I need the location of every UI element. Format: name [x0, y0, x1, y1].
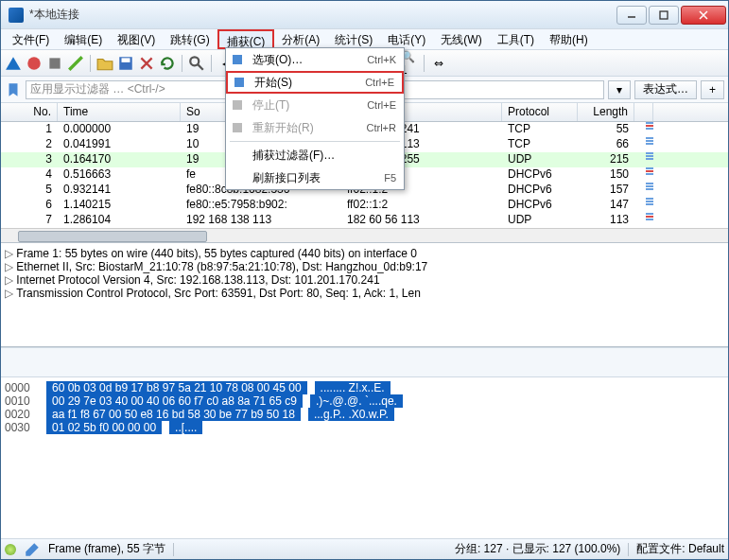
table-row[interactable]: 61.140215fe80::e5:7958:b902:ff02::1:2DHC… [1, 198, 728, 213]
col-no[interactable]: No. [1, 103, 58, 121]
pane-splitter[interactable] [1, 347, 728, 377]
find-icon[interactable] [188, 55, 205, 72]
svg-rect-0 [660, 11, 668, 19]
svg-point-5 [190, 57, 199, 65]
status-separator [628, 543, 629, 556]
capture-file-props-icon[interactable] [24, 541, 41, 558]
svg-point-1 [27, 57, 41, 70]
wireshark-window: *本地连接 文件(F) 编辑(E) 视图(V) 跳转(G) 捕获(C) 分析(A… [0, 0, 729, 560]
capture-options-icon[interactable] [67, 55, 84, 72]
menu-item-t: 停止(T)Ctrl+E [226, 94, 404, 116]
restart-icon [230, 120, 245, 135]
svg-rect-8 [233, 100, 242, 110]
hex-row[interactable]: 001000 29 7e 03 40 00 40 06 60 f7 c0 a8 … [5, 394, 724, 408]
close-file-icon[interactable] [138, 55, 155, 72]
packet-bytes-pane[interactable]: 000060 0b 03 0d b9 17 b8 97 5a 21 10 78 … [1, 377, 728, 491]
detail-frame[interactable]: Frame 1: 55 bytes on wire (440 bits), 55… [5, 247, 724, 260]
svg-rect-4 [122, 58, 130, 62]
wireshark-icon [9, 8, 24, 23]
expert-info-icon[interactable] [5, 544, 16, 555]
horizontal-scrollbar[interactable] [1, 228, 728, 243]
toolbar-separator [211, 55, 212, 72]
filter-placeholder: 应用显示过滤器 … <Ctrl-/> [30, 81, 165, 97]
close-button[interactable] [681, 6, 726, 25]
col-proto[interactable]: Protocol [502, 103, 578, 121]
menu-file[interactable]: 文件(F) [5, 29, 57, 49]
save-file-icon[interactable] [117, 55, 134, 72]
svg-rect-9 [233, 123, 242, 132]
capture-restart-icon[interactable] [46, 55, 63, 72]
toolbar-separator [424, 55, 425, 72]
menu-capture[interactable]: 捕获(C) [217, 29, 275, 49]
hex-row[interactable]: 000060 0b 03 0d b9 17 b8 97 5a 21 10 78 … [5, 381, 724, 394]
detail-ip[interactable]: Internet Protocol Version 4, Src: 192.16… [5, 273, 724, 287]
menu-item-f[interactable]: 捕获过滤器(F)… [226, 144, 404, 166]
statusbar: Frame (frame), 55 字节 分组: 127 · 已显示: 127 … [1, 538, 728, 559]
menu-separator [230, 141, 400, 142]
detail-tcp[interactable]: Transmission Control Protocol, Src Port:… [5, 287, 724, 300]
toolbar-separator [182, 55, 182, 72]
status-frame: Frame (frame), 55 字节 [48, 541, 165, 557]
capture-menu-dropdown: 选项(O)…Ctrl+K开始(S)Ctrl+E停止(T)Ctrl+E重新开始(R… [225, 47, 405, 190]
resize-cols-icon[interactable]: ⇔ [430, 55, 447, 72]
menu-edit[interactable]: 编辑(E) [57, 29, 110, 49]
menu-analyze[interactable]: 分析(A) [274, 29, 327, 49]
stop-icon [230, 97, 245, 113]
empty-area [1, 491, 728, 538]
window-title: *本地连接 [29, 7, 616, 23]
capture-stop-icon[interactable] [26, 55, 43, 72]
titlebar: *本地连接 [1, 1, 728, 29]
minimize-button[interactable] [616, 6, 647, 25]
status-profile[interactable]: 配置文件: Default [636, 541, 724, 557]
status-separator [173, 543, 174, 556]
apply-filter-button[interactable]: ▾ [608, 80, 631, 99]
menu-wireless[interactable]: 无线(W) [433, 29, 489, 49]
col-time[interactable]: Time [58, 103, 181, 121]
menu-item-[interactable]: 刷新接口列表F5 [226, 166, 404, 189]
hex-row[interactable]: 003001 02 5b f0 00 00 00..[.... [5, 421, 724, 434]
menu-telephony[interactable]: 电话(Y) [380, 29, 433, 49]
bookmark-icon[interactable] [5, 81, 22, 98]
svg-rect-2 [49, 58, 60, 68]
hex-row[interactable]: 0020aa f1 f8 67 00 50 e8 16 bd 58 30 be … [5, 408, 724, 421]
reload-icon[interactable] [159, 55, 176, 72]
status-packets: 分组: 127 · 已显示: 127 (100.0%) [455, 541, 620, 557]
menu-item-s[interactable]: 开始(S)Ctrl+E [226, 71, 404, 94]
menu-statistics[interactable]: 统计(S) [327, 29, 380, 49]
fin-icon [232, 75, 247, 90]
maximize-button[interactable] [649, 6, 679, 25]
svg-rect-7 [234, 78, 244, 87]
packet-details-pane[interactable]: Frame 1: 55 bytes on wire (440 bits), 55… [1, 243, 728, 347]
scroll-thumb[interactable] [18, 231, 207, 242]
table-row[interactable]: 71.286104192 168 138 113182 60 56 113UDP… [1, 213, 728, 228]
expression-button[interactable]: 表达式… [634, 80, 697, 99]
toolbar-separator [90, 55, 91, 72]
capture-start-icon[interactable] [5, 55, 22, 72]
svg-rect-6 [233, 55, 242, 64]
menu-view[interactable]: 视图(V) [110, 29, 163, 49]
open-file-icon[interactable] [96, 55, 113, 72]
menu-help[interactable]: 帮助(H) [542, 29, 596, 49]
menu-item-o[interactable]: 选项(O)…Ctrl+K [226, 48, 404, 71]
menu-tools[interactable]: 工具(T) [490, 29, 542, 49]
col-len[interactable]: Length [578, 103, 634, 121]
menu-item-r: 重新开始(R)Ctrl+R [226, 116, 404, 139]
detail-ethernet[interactable]: Ethernet II, Src: BiostarM_21:10:78 (b8:… [5, 260, 724, 273]
add-filter-button[interactable]: + [701, 80, 724, 99]
gear-icon [230, 52, 245, 67]
menu-go[interactable]: 跳转(G) [163, 29, 217, 49]
